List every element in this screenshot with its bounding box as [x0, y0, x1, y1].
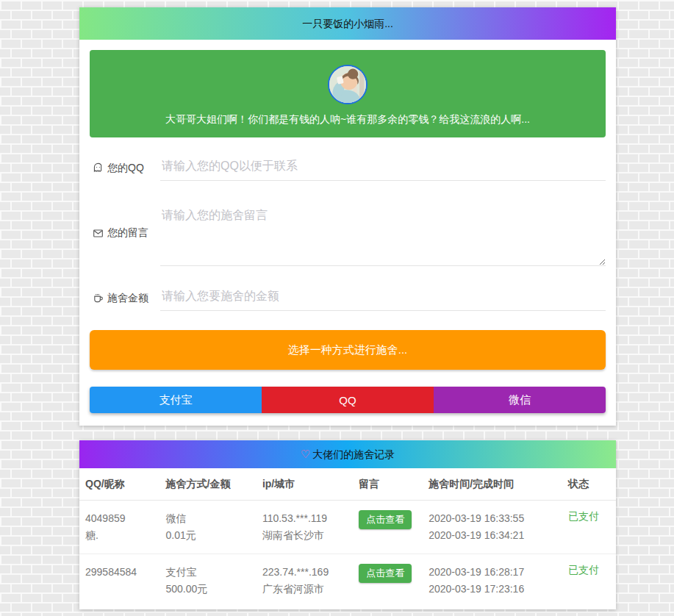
- status-badge: 已支付: [568, 564, 599, 576]
- records-card: ♡大佬们的施舍记录 QQ/昵称 施舍方式/金额 ip/城市 留言 施舍时间/完成…: [79, 440, 616, 609]
- col-header-ip: ip/城市: [257, 468, 353, 501]
- record-time-done: 2020-03-19 17:23:16: [429, 581, 556, 598]
- record-ip: 110.53.***.119: [262, 510, 347, 527]
- avatar: [328, 65, 368, 104]
- amount-input[interactable]: [160, 285, 606, 311]
- message-field-label-text: 您的留言: [107, 226, 148, 240]
- heart-icon: ♡: [301, 448, 310, 460]
- cup-icon: [93, 293, 104, 304]
- col-header-qq: QQ/昵称: [79, 468, 160, 501]
- records-table: QQ/昵称 施舍方式/金额 ip/城市 留言 施舍时间/完成时间 状态 4049…: [79, 468, 616, 609]
- table-row: 299584584 支付宝 500.00元 223.74.***.169 广东省…: [79, 554, 616, 610]
- record-method: 支付宝: [166, 564, 251, 581]
- col-header-status: 状态: [562, 468, 616, 501]
- intro-banner: 大哥哥大姐们啊！你们都是有钱的人呐~谁有那多余的零钱？给我这流浪的人啊...: [90, 50, 606, 137]
- amount-field-row: 施舍金额: [90, 285, 606, 311]
- donation-card-body: 大哥哥大姐们啊！你们都是有钱的人呐~谁有那多余的零钱？给我这流浪的人啊... 您…: [79, 40, 616, 426]
- avatar-illustration: [329, 66, 366, 103]
- amount-field-label-text: 施舍金额: [107, 292, 148, 305]
- record-amount: 0.01元: [166, 527, 251, 544]
- pay-method-group: 支付宝 QQ 微信: [90, 387, 606, 413]
- record-method: 微信: [166, 510, 251, 527]
- records-header-row: QQ/昵称 施舍方式/金额 ip/城市 留言 施舍时间/完成时间 状态: [79, 468, 616, 501]
- donation-card: 一只要饭的小烟雨... 大哥哥大姐们啊！你们: [79, 7, 616, 426]
- message-field-row: 您的留言: [90, 200, 606, 266]
- record-city: 湖南省长沙市: [262, 527, 347, 544]
- qq-field-row: 您的QQ: [90, 155, 606, 181]
- record-qq: 299584584: [85, 564, 154, 581]
- banner-text: 大哥哥大姐们啊！你们都是有钱的人呐~谁有那多余的零钱？给我这流浪的人啊...: [112, 112, 584, 126]
- record-qq: 4049859: [85, 510, 154, 527]
- records-title-text: 大佬们的施舍记录: [312, 448, 395, 460]
- envelope-icon: [93, 228, 104, 239]
- page: 一只要饭的小烟雨... 大哥哥大姐们啊！你们: [79, 0, 616, 609]
- record-nick: 糖.: [85, 527, 154, 544]
- choose-method-button[interactable]: 选择一种方式进行施舍...: [90, 330, 606, 370]
- view-message-button[interactable]: 点击查看: [359, 564, 412, 583]
- col-header-message: 留言: [353, 468, 423, 501]
- message-field-label: 您的留言: [90, 226, 160, 240]
- qq-field-label: 您的QQ: [90, 162, 160, 175]
- qq-field-label-text: 您的QQ: [107, 162, 144, 175]
- record-time-start: 2020-03-19 16:28:17: [429, 564, 556, 581]
- message-textarea[interactable]: [160, 200, 606, 266]
- record-time-start: 2020-03-19 16:33:55: [429, 510, 556, 527]
- col-header-method: 施舍方式/金额: [160, 468, 257, 501]
- view-message-button[interactable]: 点击查看: [359, 510, 412, 529]
- qq-input[interactable]: [160, 155, 606, 181]
- qq-pay-button[interactable]: QQ: [262, 387, 434, 413]
- record-amount: 500.00元: [166, 581, 251, 598]
- col-header-time: 施舍时间/完成时间: [423, 468, 562, 501]
- donation-card-title: 一只要饭的小烟雨...: [79, 7, 616, 40]
- record-time-done: 2020-03-19 16:34:21: [429, 527, 556, 544]
- record-city: 广东省河源市: [262, 581, 347, 598]
- alipay-button[interactable]: 支付宝: [90, 387, 262, 413]
- amount-field-label: 施舍金额: [90, 292, 160, 305]
- record-ip: 223.74.***.169: [262, 564, 347, 581]
- status-badge: 已支付: [568, 510, 599, 522]
- qq-ghost-icon: [93, 162, 104, 173]
- wechat-button[interactable]: 微信: [434, 387, 606, 413]
- records-card-title: ♡大佬们的施舍记录: [79, 440, 616, 468]
- table-row: 4049859 糖. 微信 0.01元 110.53.***.119 湖南省长沙…: [79, 501, 616, 554]
